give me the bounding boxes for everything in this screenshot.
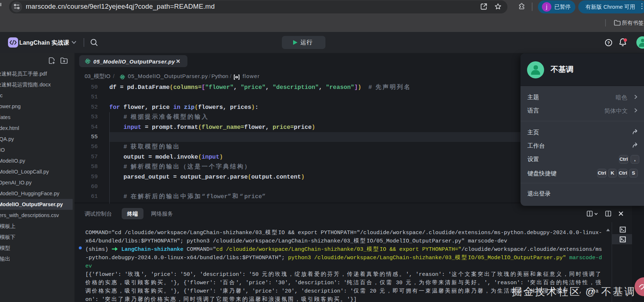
svg-text:?: ? <box>607 41 610 45</box>
